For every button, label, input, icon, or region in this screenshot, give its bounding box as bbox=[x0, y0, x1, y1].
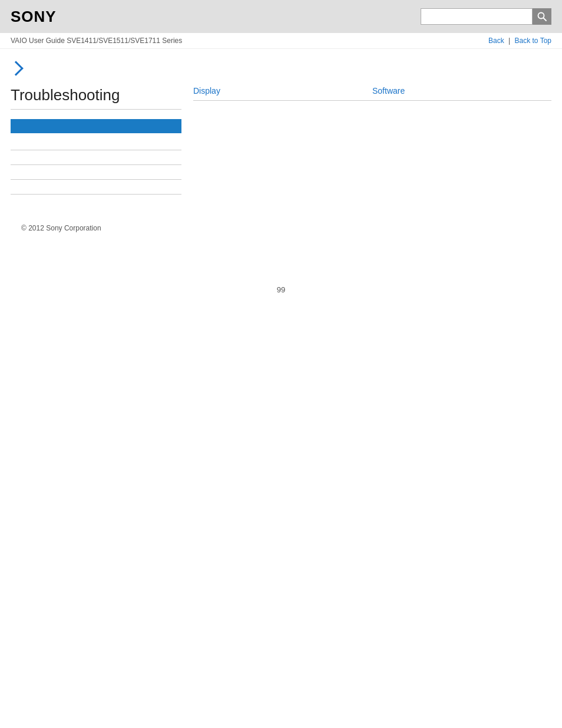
list-item[interactable] bbox=[11, 180, 181, 195]
breadcrumb-text: VAIO User Guide SVE1411/SVE1511/SVE1711 … bbox=[11, 37, 182, 45]
column-software: Software bbox=[372, 86, 551, 107]
columns-layout: Display Software bbox=[193, 86, 551, 107]
search-area bbox=[421, 8, 551, 25]
sony-logo: SONY bbox=[11, 8, 57, 26]
search-button[interactable] bbox=[533, 8, 551, 25]
list-item[interactable] bbox=[11, 150, 181, 165]
column-software-title[interactable]: Software bbox=[372, 86, 551, 101]
sidebar: Troubleshooting bbox=[11, 86, 193, 195]
column-display: Display bbox=[193, 86, 372, 107]
section-title: Troubleshooting bbox=[11, 86, 181, 110]
content-layout: Troubleshooting Display bbox=[11, 86, 551, 195]
search-input[interactable] bbox=[421, 8, 533, 25]
page-number: 99 bbox=[0, 285, 562, 294]
list-item[interactable] bbox=[11, 136, 181, 150]
list-item[interactable] bbox=[11, 165, 181, 180]
column-display-title[interactable]: Display bbox=[193, 86, 372, 101]
chevron-icon bbox=[8, 61, 23, 75]
copyright-text: © 2012 Sony Corporation bbox=[21, 224, 101, 232]
main-content: Troubleshooting Display bbox=[0, 49, 562, 250]
breadcrumb-bar: VAIO User Guide SVE1411/SVE1511/SVE1711 … bbox=[0, 33, 562, 49]
nav-links: Back | Back to Top bbox=[488, 37, 551, 45]
active-menu-item[interactable] bbox=[11, 119, 181, 133]
footer: © 2012 Sony Corporation bbox=[11, 218, 551, 238]
back-link[interactable]: Back bbox=[488, 37, 504, 45]
separator: | bbox=[508, 37, 512, 45]
svg-line-1 bbox=[544, 18, 547, 21]
right-area: Display Software bbox=[193, 86, 551, 195]
header: SONY bbox=[0, 0, 562, 33]
back-to-top-link[interactable]: Back to Top bbox=[515, 37, 551, 45]
search-icon bbox=[537, 12, 547, 21]
